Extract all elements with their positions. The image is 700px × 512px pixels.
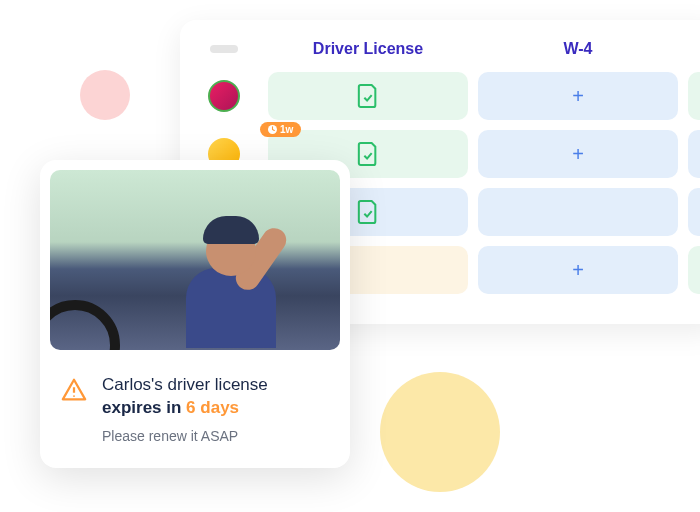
driver-photo: [50, 170, 340, 350]
document-check-icon: [357, 199, 379, 225]
warning-icon: [60, 376, 88, 404]
decorative-circle-pink: [80, 70, 130, 120]
plus-icon: +: [572, 259, 584, 282]
plus-icon: +: [572, 143, 584, 166]
expiry-alert-card[interactable]: Carlos's driver license expires in 6 day…: [40, 160, 350, 468]
expiry-badge-1w: 1w: [260, 122, 301, 137]
cell-w4[interactable]: +: [478, 246, 678, 294]
svg-point-2: [73, 395, 75, 397]
cell-w4[interactable]: +: [478, 72, 678, 120]
column-header-driver-license[interactable]: Driver License: [268, 40, 468, 58]
cell-extra[interactable]: [688, 188, 700, 236]
alert-body: Carlos's driver license expires in 6 day…: [40, 360, 350, 468]
clock-icon: [268, 125, 277, 134]
cell-extra[interactable]: [688, 130, 700, 178]
cell-w4[interactable]: [478, 188, 678, 236]
alert-title: Carlos's driver license expires in 6 day…: [102, 374, 330, 420]
cell-w4[interactable]: +: [478, 130, 678, 178]
alert-title-days: 6 days: [186, 398, 239, 417]
table-row: +: [200, 72, 700, 120]
alert-title-prefix: Carlos's driver license: [102, 375, 268, 394]
alert-text: Carlos's driver license expires in 6 day…: [102, 374, 330, 444]
plus-icon: +: [572, 85, 584, 108]
avatar[interactable]: [208, 80, 240, 112]
cell-extra[interactable]: [688, 246, 700, 294]
table-header: Driver License W-4: [200, 40, 700, 58]
badge-text: 1w: [280, 124, 293, 135]
document-check-icon: [357, 141, 379, 167]
alert-subtitle: Please renew it ASAP: [102, 428, 330, 444]
document-check-icon: [357, 83, 379, 109]
alert-title-bold: expires in: [102, 398, 181, 417]
cell-driver-license[interactable]: [268, 72, 468, 120]
column-header-w4[interactable]: W-4: [478, 40, 678, 58]
drag-handle[interactable]: [210, 45, 238, 53]
cell-extra[interactable]: [688, 72, 700, 120]
decorative-circle-yellow: [380, 372, 500, 492]
